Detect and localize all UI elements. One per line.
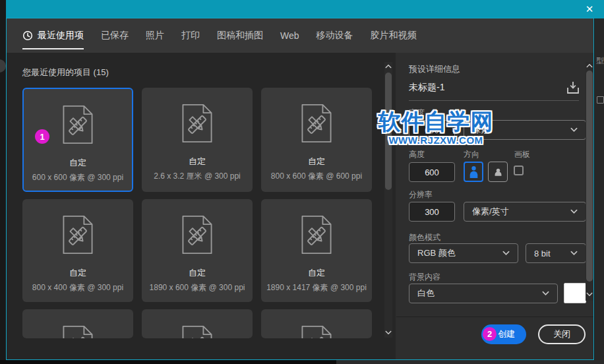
template-spec: 600 x 600 像素 @ 300 ppi [32,172,123,183]
document-template-icon [61,325,94,338]
artboard-checkbox[interactable] [514,166,524,175]
new-document-dialog: ✕ 最近使用项 已保存 照片 打印 图稿和插图 Web 移动设备 胶片和视频 您… [0,0,604,364]
download-icon [565,80,581,96]
step-badge-1: 1 [35,129,49,144]
template-card-partial[interactable] [22,309,133,338]
tab-mobile[interactable]: 移动设备 [317,18,353,53]
resolution-label: 分辨率 [409,189,433,200]
resolution-unit-value: 像素/英寸 [472,206,509,218]
width-label: 宽度 [409,107,425,119]
document-template-icon [300,325,333,338]
document-template-icon [181,104,214,143]
tab-label: Web [280,30,299,41]
template-card[interactable]: 自定 800 x 600 像素 @ 600 ppi [261,88,372,192]
recent-items-header: 您最近使用的项目 (15) [22,67,109,78]
close-button[interactable]: ✕ [582,2,597,16]
document-template-icon [181,325,214,338]
height-label: 高度 [409,149,425,160]
document-template-icon [181,215,214,255]
close-icon: ✕ [586,3,594,15]
portrait-icon [469,166,478,178]
scroll-up-icon[interactable] [586,63,593,68]
document-template-icon [300,215,333,255]
resolution-value: 300 [425,207,439,217]
color-mode-dropdown[interactable]: RGB 颜色 [409,243,518,263]
background-color-swatch[interactable] [564,283,586,303]
width-unit-value: 像素 [472,124,489,136]
template-title: 自定 [189,267,206,279]
close-dialog-label: 关闭 [553,328,570,340]
template-spec: 800 x 400 像素 @ 300 ppi [32,282,123,293]
bit-depth-dropdown[interactable]: 8 bit [526,243,586,263]
tab-label: 打印 [181,30,200,42]
create-button-label: 创建 [498,328,515,340]
template-card[interactable]: 自定 2.6 x 3.2 厘米 @ 300 ppi [142,88,253,192]
step-badge-2: 2 [483,327,497,341]
template-title: 自定 [308,156,325,167]
orientation-landscape-button[interactable] [488,162,508,182]
color-mode-value: RGB 颜色 [417,247,456,259]
scrollbar-thumb[interactable] [385,73,392,190]
scroll-down-icon[interactable] [586,292,593,297]
tab-label: 最近使用项 [38,30,84,42]
template-card-partial[interactable] [142,309,253,338]
resolution-unit-dropdown[interactable]: 像素/英寸 [464,202,586,222]
color-mode-label: 颜色模式 [409,232,440,243]
orientation-label: 方向 [464,149,479,160]
tab-recent[interactable]: 最近使用项 [22,18,84,53]
template-card-partial[interactable] [261,309,372,338]
tab-print[interactable]: 打印 [181,18,200,53]
artboard-label: 画板 [514,149,530,160]
background-contents-label: 背景内容 [409,272,440,283]
tab-web[interactable]: Web [280,18,299,53]
background-artifact [0,59,6,73]
document-template-icon [61,105,94,144]
background-bottom-strip [336,360,604,364]
tab-art-illustration[interactable]: 图稿和插图 [217,18,263,53]
width-input[interactable]: 600 [409,120,455,140]
resolution-input[interactable]: 300 [409,202,455,222]
dialog-titlebar: ✕ [6,0,604,18]
background-contents-dropdown[interactable]: 白色 [409,284,558,303]
close-dialog-button[interactable]: 关闭 [538,324,586,344]
scroll-down-icon[interactable] [385,330,392,335]
document-template-icon [300,104,333,143]
background-left-strip [0,0,6,364]
document-name-field[interactable]: 未标题-1 [409,82,444,94]
scroll-up-icon[interactable] [385,64,392,69]
chevron-down-icon [570,127,578,133]
save-preset-button[interactable] [565,80,582,97]
scrollbar-thumb[interactable] [586,71,593,282]
orientation-portrait-button[interactable] [464,162,483,182]
template-card[interactable]: 自定 1890 x 1417 像素 @ 300 ppi [261,199,372,302]
template-title: 自定 [308,267,325,279]
tab-film-video[interactable]: 胶片和视频 [371,18,417,53]
template-card[interactable]: 自定 800 x 400 像素 @ 300 ppi [22,199,133,302]
chevron-down-icon [542,291,549,296]
divider [409,100,579,101]
height-input[interactable]: 600 [409,162,455,182]
background-bottom-strip [0,360,336,364]
template-spec: 1890 x 600 像素 @ 300 ppi [150,282,245,293]
chevron-down-icon [570,251,578,256]
landscape-icon [492,167,504,176]
divider [396,317,593,317]
tab-saved[interactable]: 已保存 [101,18,129,53]
width-value: 600 [425,125,439,135]
bit-depth-value: 8 bit [534,249,551,258]
template-title: 自定 [189,156,206,167]
tab-label: 照片 [146,30,164,42]
background-ui-fragment: 型 [596,55,604,67]
clock-icon [22,30,33,41]
chevron-down-icon [570,209,578,214]
document-template-icon [61,215,94,255]
tab-label: 移动设备 [317,30,353,42]
template-spec: 1890 x 1417 像素 @ 300 ppi [266,282,367,293]
width-unit-dropdown[interactable]: 像素 [464,120,586,140]
background-contents-value: 白色 [417,288,435,299]
template-title: 自定 [69,157,86,169]
template-card[interactable]: 自定 1890 x 600 像素 @ 300 ppi [142,199,253,302]
tab-label: 图稿和插图 [217,30,263,42]
tab-photo[interactable]: 照片 [146,18,164,53]
template-title: 自定 [69,267,86,279]
